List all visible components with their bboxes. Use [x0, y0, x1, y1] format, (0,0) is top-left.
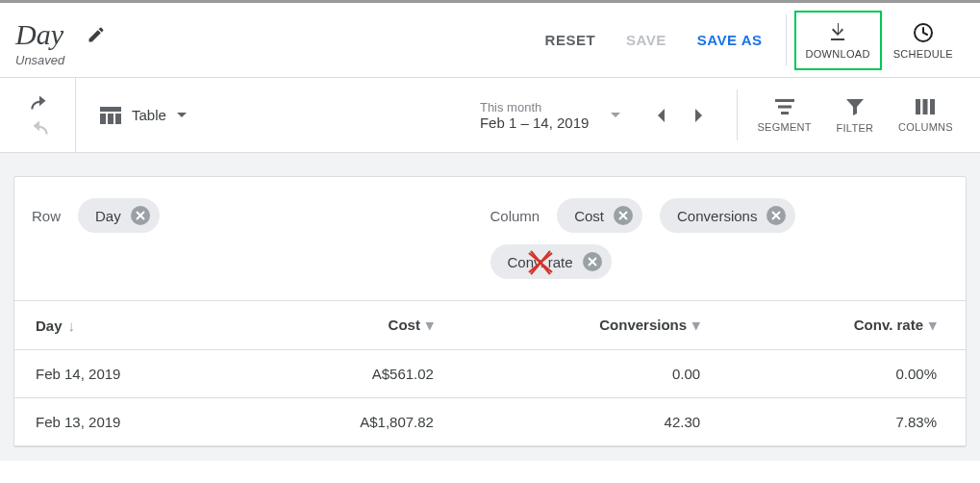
report-subtitle: Unsaved: [15, 53, 64, 67]
cell-cost: A$561.02: [241, 350, 463, 398]
download-label: DOWNLOAD: [806, 48, 870, 60]
sort-icon: ▾: [426, 317, 434, 333]
sort-icon: ▾: [692, 317, 700, 333]
cell-conversions: 0.00: [463, 350, 729, 398]
svg-rect-1: [100, 107, 121, 112]
cell-conversions: 42.30: [463, 398, 729, 446]
column-chip-conversions[interactable]: Conversions: [660, 198, 795, 233]
row-group: Row Day: [32, 198, 490, 279]
chevron-down-icon: [610, 112, 621, 119]
segment-button[interactable]: SEGMENT: [745, 86, 823, 145]
svg-rect-9: [923, 99, 928, 114]
cell-conv-rate: 0.00%: [729, 350, 966, 398]
reset-button[interactable]: RESET: [530, 22, 612, 58]
chart-type-selector[interactable]: Table: [99, 106, 188, 125]
report-editor: Day Unsaved RESET SAVE SAVE AS DOWNLOAD …: [0, 0, 980, 461]
schedule-button[interactable]: SCHEDULE: [882, 11, 965, 70]
col-header-cost[interactable]: Cost▾: [241, 301, 463, 350]
edit-title-icon[interactable]: [87, 25, 106, 44]
data-table: Day↓ Cost▾ Conversions▾ Conv. rate▾ Feb …: [14, 301, 966, 446]
save-button: SAVE: [611, 22, 682, 58]
chip-text: Day: [95, 208, 121, 224]
columns-icon: [915, 98, 936, 115]
chart-type-label: Table: [132, 107, 166, 123]
report-canvas: Row Day Column Cost: [0, 153, 980, 461]
columns-button[interactable]: COLUMNS: [887, 86, 965, 145]
svg-rect-2: [100, 114, 106, 124]
svg-rect-8: [916, 99, 920, 114]
row-label: Row: [32, 208, 61, 224]
schedule-label: SCHEDULE: [893, 48, 953, 60]
divider: [786, 14, 787, 65]
segment-icon: [774, 98, 795, 115]
column-chip-cost[interactable]: Cost: [557, 198, 642, 233]
column-label: Column: [490, 208, 540, 224]
col-header-day[interactable]: Day↓: [14, 301, 241, 350]
date-range-picker[interactable]: This month Feb 1 – 14, 2019: [466, 96, 631, 135]
filter-label: FILTER: [836, 122, 873, 134]
download-icon: [826, 21, 849, 44]
filter-button[interactable]: FILTER: [823, 86, 887, 145]
column-group: Column Cost Conversions Conv. rate: [490, 198, 796, 279]
table-icon: [99, 106, 122, 125]
filter-icon: [845, 97, 865, 116]
remove-chip-button[interactable]: [766, 206, 786, 225]
redo-button[interactable]: [27, 119, 52, 137]
svg-rect-6: [778, 105, 792, 108]
date-range-label: Feb 1 – 14, 2019: [480, 114, 589, 131]
cell-conv-rate: 7.83%: [729, 398, 966, 446]
date-preset-label: This month: [480, 100, 589, 114]
chip-text: Conversions: [677, 208, 757, 224]
remove-chip-button[interactable]: [131, 206, 150, 225]
column-chip-conv-rate[interactable]: Conv. rate: [490, 244, 612, 279]
chip-text: Conv. rate: [508, 254, 573, 270]
undo-button[interactable]: [27, 94, 52, 112]
svg-rect-7: [781, 112, 789, 114]
row-chip-day[interactable]: Day: [78, 198, 160, 233]
col-header-conversions[interactable]: Conversions▾: [463, 301, 729, 350]
cell-day: Feb 14, 2019: [14, 350, 241, 398]
svg-rect-5: [775, 99, 794, 102]
report-title-block: Day Unsaved: [15, 18, 106, 67]
svg-rect-4: [115, 114, 121, 124]
chevron-down-icon: [176, 112, 188, 119]
next-period-button[interactable]: [694, 108, 704, 123]
top-bar: Day Unsaved RESET SAVE SAVE AS DOWNLOAD …: [0, 3, 980, 78]
sort-desc-icon: ↓: [68, 318, 76, 334]
sort-icon: ▾: [929, 317, 937, 333]
chip-text: Cost: [574, 208, 604, 224]
report-table-panel: Row Day Column Cost: [13, 176, 967, 447]
svg-rect-3: [108, 114, 113, 124]
prev-period-button[interactable]: [656, 108, 666, 123]
date-nav: [656, 108, 704, 123]
dimension-bar: Row Day Column Cost: [14, 177, 966, 301]
table-row[interactable]: Feb 14, 2019 A$561.02 0.00 0.00%: [14, 350, 966, 398]
svg-rect-10: [930, 99, 935, 114]
table-header-row: Day↓ Cost▾ Conversions▾ Conv. rate▾: [14, 301, 966, 350]
toolbar: Table This month Feb 1 – 14, 2019: [0, 78, 980, 153]
columns-label: COLUMNS: [898, 121, 953, 133]
save-as-button[interactable]: SAVE AS: [682, 22, 778, 58]
clock-icon: [912, 21, 935, 44]
cell-day: Feb 13, 2019: [14, 398, 241, 446]
segment-label: SEGMENT: [757, 121, 812, 133]
download-button[interactable]: DOWNLOAD: [794, 11, 882, 70]
table-row[interactable]: Feb 13, 2019 A$1,807.82 42.30 7.83%: [14, 398, 966, 446]
remove-chip-button[interactable]: [583, 252, 602, 271]
cell-cost: A$1,807.82: [241, 398, 463, 446]
col-header-conv-rate[interactable]: Conv. rate▾: [729, 301, 966, 350]
divider: [737, 89, 738, 140]
report-title: Day: [15, 18, 63, 51]
remove-chip-button[interactable]: [614, 206, 633, 225]
history-controls: [8, 78, 76, 152]
